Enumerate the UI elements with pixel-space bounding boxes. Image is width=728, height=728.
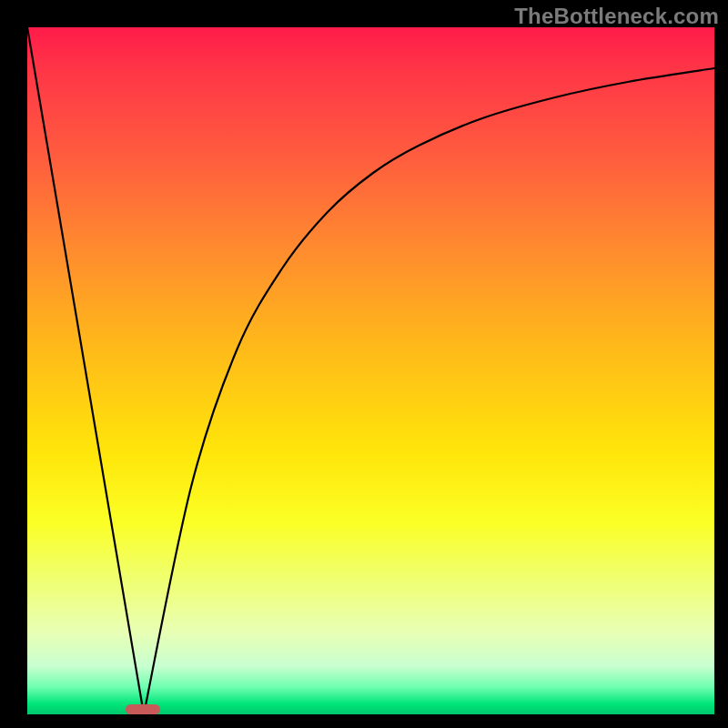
- right-curve-path: [144, 68, 714, 714]
- watermark-text: TheBottleneck.com: [514, 4, 719, 29]
- optimum-marker: [126, 704, 160, 714]
- plot-area: [27, 27, 714, 714]
- left-line-path: [27, 27, 144, 714]
- curve-layer: [27, 27, 714, 714]
- chart-frame: TheBottleneck.com: [0, 0, 728, 728]
